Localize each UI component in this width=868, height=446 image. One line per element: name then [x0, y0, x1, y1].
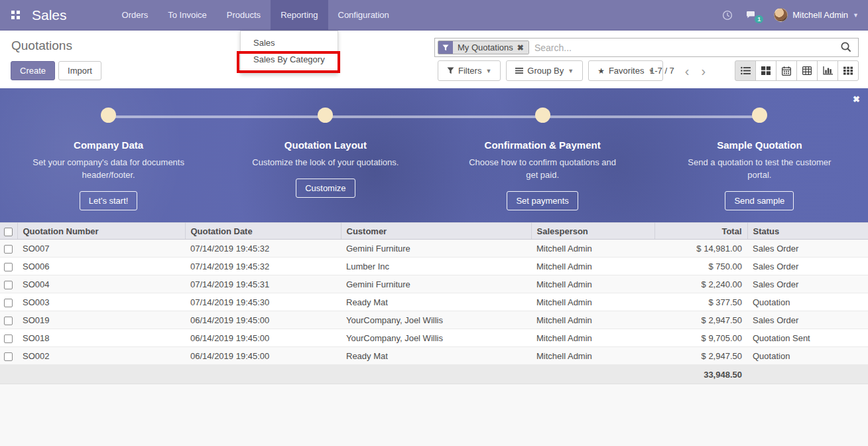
step-title: Sample Quotation — [717, 139, 802, 151]
lets-start-button[interactable]: Let's start! — [80, 191, 138, 210]
sales-app-window: Sales Orders To Invoice Products Reporti… — [0, 0, 868, 446]
menu-to-invoice[interactable]: To Invoice — [158, 0, 217, 30]
search-input[interactable] — [529, 42, 840, 53]
table-header-row: Quotation Number Quotation Date Customer… — [0, 223, 868, 240]
row-checkbox[interactable] — [4, 281, 13, 289]
app-brand-title[interactable]: Sales — [31, 0, 76, 30]
facet-remove-icon[interactable]: ✖ — [517, 43, 524, 52]
user-menu[interactable]: Mitchell Admin ▼ — [774, 8, 859, 22]
table-row[interactable]: SO019 06/14/2019 19:45:00 YourCompany, J… — [0, 311, 868, 329]
column-header-quotation-number[interactable]: Quotation Number — [17, 223, 185, 240]
search-icon[interactable] — [840, 41, 851, 54]
cell-total: $ 2,947.50 — [654, 311, 747, 329]
group-by-dropdown-button[interactable]: Group By ▼ — [506, 60, 583, 81]
banner-close-icon[interactable]: ✖ — [853, 94, 860, 104]
cell-status: Quotation — [747, 347, 868, 365]
step-title: Company Data — [74, 139, 143, 151]
kanban-view-icon — [761, 66, 771, 75]
column-header-customer[interactable]: Customer — [341, 223, 531, 240]
cell-quotation-date: 07/14/2019 19:45:32 — [185, 258, 341, 275]
pivot-view-icon — [802, 66, 812, 75]
kanban-view-button[interactable] — [755, 60, 776, 81]
filters-label: Filters — [458, 66, 481, 76]
column-header-quotation-date[interactable]: Quotation Date — [185, 223, 341, 240]
search-bar[interactable]: My Quotations ✖ — [434, 38, 859, 57]
create-button[interactable]: Create — [11, 61, 55, 80]
send-sample-button[interactable]: Send sample — [725, 191, 794, 210]
table-row[interactable]: SO006 07/14/2019 19:45:32 Lumber Inc Mit… — [0, 258, 868, 275]
import-button[interactable]: Import — [58, 61, 101, 80]
breadcrumb-page-title[interactable]: Quotations — [11, 38, 72, 53]
table-row[interactable]: SO002 06/14/2019 19:45:00 Ready Mat Mitc… — [0, 347, 868, 365]
cell-quotation-date: 07/14/2019 19:45:32 — [185, 240, 341, 258]
menu-products[interactable]: Products — [217, 0, 271, 30]
column-header-total[interactable]: Total — [654, 223, 747, 240]
menu-orders[interactable]: Orders — [112, 0, 158, 30]
dropdown-item-sales[interactable]: Sales — [241, 35, 338, 51]
view-switcher — [735, 60, 859, 81]
activity-view-button[interactable] — [837, 60, 859, 81]
cell-quotation-number: SO003 — [17, 293, 185, 311]
row-checkbox[interactable] — [4, 317, 13, 325]
menu-configuration[interactable]: Configuration — [328, 0, 399, 30]
calendar-view-button[interactable] — [776, 60, 797, 81]
pager-previous-button[interactable]: ‹ — [684, 64, 691, 78]
cell-salesperson: Mitchell Admin — [531, 275, 654, 293]
customize-button[interactable]: Customize — [296, 179, 355, 198]
messages-chat-icon[interactable]: 1 — [739, 10, 763, 21]
row-checkbox[interactable] — [4, 245, 13, 254]
quotation-table-body: SO007 07/14/2019 19:45:32 Gemini Furnitu… — [0, 240, 868, 365]
row-checkbox[interactable] — [4, 352, 13, 361]
calendar-view-icon — [782, 66, 791, 76]
column-header-status[interactable]: Status — [747, 223, 868, 240]
cell-quotation-date: 07/14/2019 19:45:31 — [185, 275, 341, 293]
cell-customer: Ready Mat — [341, 347, 531, 365]
funnel-icon — [447, 67, 454, 74]
cell-customer: Gemini Furniture — [341, 275, 531, 293]
activities-clock-icon[interactable] — [715, 10, 739, 21]
menu-reporting[interactable]: Reporting — [271, 0, 328, 30]
graph-view-button[interactable] — [817, 60, 838, 81]
row-checkbox[interactable] — [4, 334, 13, 343]
cell-salesperson: Mitchell Admin — [531, 347, 654, 365]
group-by-bars-icon — [515, 67, 523, 74]
cell-salesperson: Mitchell Admin — [531, 240, 654, 258]
pivot-view-button[interactable] — [796, 60, 818, 81]
group-by-label: Group By — [527, 66, 564, 76]
cell-status: Quotation — [747, 293, 868, 311]
select-all-checkbox[interactable] — [4, 228, 13, 236]
top-navbar: Sales Orders To Invoice Products Reporti… — [0, 0, 868, 31]
row-checkbox[interactable] — [4, 263, 13, 271]
cell-quotation-number: SO006 — [17, 258, 185, 275]
control-row: Filters ▼ Group By ▼ ★ Favorites ▼ 1-7 /… — [434, 60, 859, 81]
step-description: Set your company's data for documents he… — [32, 156, 185, 181]
cell-salesperson: Mitchell Admin — [531, 311, 654, 329]
footer-total-sum: 33,948.50 — [654, 365, 747, 384]
filter-funnel-icon — [438, 41, 453, 54]
action-buttons: Create Import — [11, 61, 101, 80]
list-view-icon — [741, 66, 751, 75]
onboarding-banner: Company Data Set your company's data for… — [0, 88, 868, 222]
dropdown-item-sales-by-category[interactable]: Sales By Category — [241, 51, 338, 68]
cell-total: $ 2,947.50 — [654, 347, 747, 365]
set-payments-button[interactable]: Set payments — [507, 191, 578, 210]
quotations-list-view: Quotation Number Quotation Date Customer… — [0, 222, 868, 446]
main-menu: Orders To Invoice Products Reporting Con… — [112, 0, 399, 30]
cell-quotation-number: SO004 — [17, 275, 185, 293]
cell-total: $ 377.50 — [654, 293, 747, 311]
cell-status: Sales Order — [747, 240, 868, 258]
pager-next-button[interactable]: › — [700, 64, 708, 78]
table-row[interactable]: SO018 06/14/2019 19:45:00 YourCompany, J… — [0, 329, 868, 347]
table-row[interactable]: SO004 07/14/2019 19:45:31 Gemini Furnitu… — [0, 275, 868, 293]
table-row[interactable]: SO003 07/14/2019 19:45:30 Ready Mat Mitc… — [0, 293, 868, 311]
favorites-label: Favorites — [609, 66, 644, 76]
table-row[interactable]: SO007 07/14/2019 19:45:32 Gemini Furnitu… — [0, 240, 868, 258]
list-view-button[interactable] — [735, 60, 756, 81]
apps-menu-button[interactable] — [0, 0, 31, 30]
cell-quotation-date: 06/14/2019 19:45:00 — [185, 347, 341, 365]
control-panel: Quotations Create Import My Quotations ✖ — [0, 31, 868, 88]
row-checkbox[interactable] — [4, 299, 13, 307]
filters-dropdown-button[interactable]: Filters ▼ — [438, 60, 501, 81]
column-header-salesperson[interactable]: Salesperson — [531, 223, 654, 240]
apps-grid-icon — [11, 11, 20, 19]
